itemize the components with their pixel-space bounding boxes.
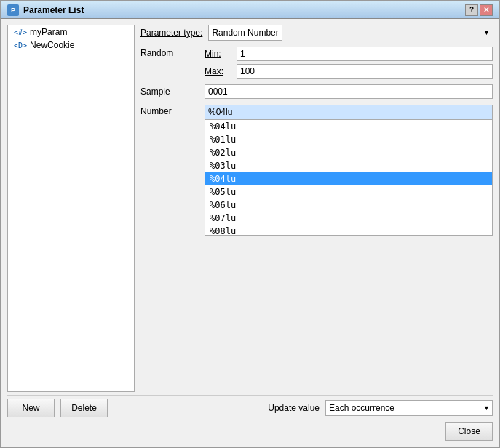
max-label: Max: [205,66,234,76]
update-label: Update value [268,403,320,413]
footer-row: Close [7,417,493,441]
sample-row: Sample [140,84,493,99]
tree-item-newcookie[interactable]: <D> NewCookie [8,39,134,52]
number-list-item-7[interactable]: %07lu [205,212,492,225]
tree-icon-myparam: <#> [14,28,27,36]
param-type-label: Parameter type: [140,28,202,38]
max-row: Max: [205,64,493,79]
number-list-item-6[interactable]: %06lu [205,199,492,212]
window-icon: P [7,4,19,16]
sample-input[interactable] [205,84,493,99]
delete-button[interactable]: Delete [60,399,108,417]
update-select-wrapper: Each occurrence Once per iteration Once [325,400,493,416]
number-right: %04lu %01lu %02lu %03lu %04lu %05lu %06l… [205,105,493,236]
number-list: %04lu %01lu %02lu %03lu %04lu %05lu %06l… [205,119,493,236]
number-top-input[interactable] [205,105,493,119]
number-label: Number [140,105,199,116]
parameter-list-window: P Parameter List ? ✕ <#> myParam <D> New… [0,0,500,448]
update-select[interactable]: Each occurrence Once per iteration Once [325,400,493,416]
window-content: <#> myParam <D> NewCookie Parameter type… [1,19,499,447]
number-list-item-0[interactable]: %04lu [205,120,492,133]
window-close-button[interactable]: ✕ [480,4,493,16]
min-label: Min: [205,49,234,59]
param-type-row: Parameter type: Random Number File Table… [140,25,493,41]
main-area: <#> myParam <D> NewCookie Parameter type… [7,25,493,392]
min-input[interactable] [237,47,493,61]
number-list-item-4[interactable]: %04lu [205,172,492,185]
number-list-item-3[interactable]: %03lu [205,159,492,172]
title-bar: P Parameter List ? ✕ [1,1,499,19]
help-button[interactable]: ? [465,4,478,16]
param-type-select-wrapper: Random Number File Table Custom [208,25,493,41]
tree-icon-newcookie: <D> [14,41,27,49]
random-label: Random [140,47,199,58]
title-buttons: ? ✕ [465,4,493,16]
bottom-buttons: New Delete [7,399,108,417]
number-list-item-5[interactable]: %05lu [205,185,492,199]
number-list-item-8[interactable]: %08lu [205,225,492,236]
bottom-bar: New Delete Update value Each occurrence … [7,395,493,417]
tree-label-newcookie: NewCookie [30,40,74,50]
tree-item-myparam[interactable]: <#> myParam [8,25,134,39]
number-row: Number %04lu %01lu %02lu %03lu %04lu %05… [140,105,493,236]
update-row: Update value Each occurrence Once per it… [268,400,493,416]
random-section: Random Min: Max: [140,47,493,79]
sample-label: Sample [140,87,199,97]
min-row: Min: [205,47,493,61]
new-button[interactable]: New [7,399,55,417]
title-bar-left: P Parameter List [7,4,84,16]
tree-label-myparam: myParam [30,27,67,37]
number-list-item-1[interactable]: %01lu [205,133,492,146]
window-title: Parameter List [23,5,84,15]
right-panel: Parameter type: Random Number File Table… [140,25,493,392]
max-input[interactable] [237,64,493,79]
random-fields: Min: Max: [205,47,493,79]
close-button[interactable]: Close [445,422,493,441]
tree-panel: <#> myParam <D> NewCookie [7,25,135,392]
number-list-item-2[interactable]: %02lu [205,146,492,159]
param-type-select[interactable]: Random Number File Table Custom [208,25,282,41]
